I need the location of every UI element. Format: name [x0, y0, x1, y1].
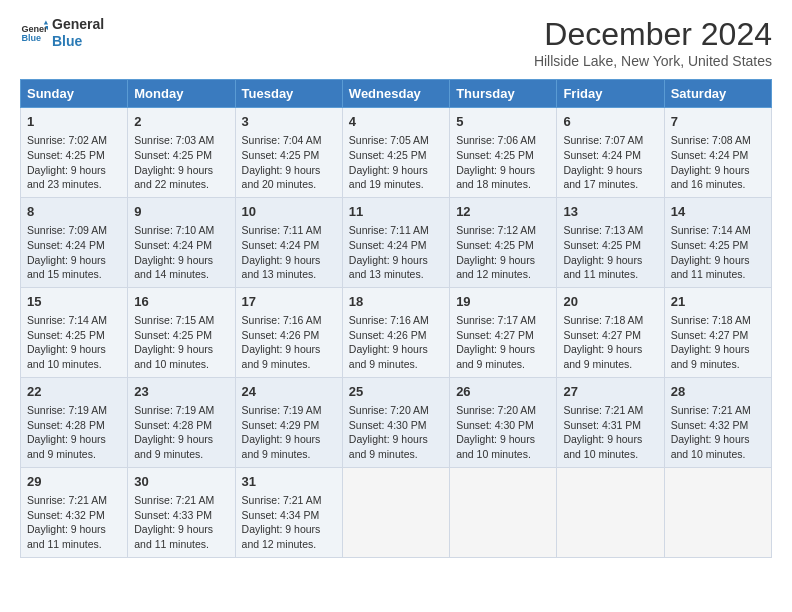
day-info: Sunrise: 7:18 AM Sunset: 4:27 PM Dayligh…: [563, 313, 657, 372]
day-info: Sunrise: 7:14 AM Sunset: 4:25 PM Dayligh…: [27, 313, 121, 372]
day-number: 15: [27, 293, 121, 311]
day-info: Sunrise: 7:21 AM Sunset: 4:34 PM Dayligh…: [242, 493, 336, 552]
day-info: Sunrise: 7:02 AM Sunset: 4:25 PM Dayligh…: [27, 133, 121, 192]
day-number: 16: [134, 293, 228, 311]
day-number: 18: [349, 293, 443, 311]
day-info: Sunrise: 7:04 AM Sunset: 4:25 PM Dayligh…: [242, 133, 336, 192]
day-cell: 18 Sunrise: 7:16 AM Sunset: 4:26 PM Dayl…: [342, 287, 449, 377]
day-number: 21: [671, 293, 765, 311]
day-info: Sunrise: 7:16 AM Sunset: 4:26 PM Dayligh…: [242, 313, 336, 372]
day-cell: 12 Sunrise: 7:12 AM Sunset: 4:25 PM Dayl…: [450, 197, 557, 287]
day-number: 2: [134, 113, 228, 131]
day-info: Sunrise: 7:18 AM Sunset: 4:27 PM Dayligh…: [671, 313, 765, 372]
day-cell: 5 Sunrise: 7:06 AM Sunset: 4:25 PM Dayli…: [450, 108, 557, 198]
day-number: 5: [456, 113, 550, 131]
week-row-4: 22 Sunrise: 7:19 AM Sunset: 4:28 PM Dayl…: [21, 377, 772, 467]
day-cell: 23 Sunrise: 7:19 AM Sunset: 4:28 PM Dayl…: [128, 377, 235, 467]
day-info: Sunrise: 7:11 AM Sunset: 4:24 PM Dayligh…: [349, 223, 443, 282]
day-cell: 13 Sunrise: 7:13 AM Sunset: 4:25 PM Dayl…: [557, 197, 664, 287]
day-cell: 8 Sunrise: 7:09 AM Sunset: 4:24 PM Dayli…: [21, 197, 128, 287]
svg-text:Blue: Blue: [21, 33, 41, 43]
week-row-2: 8 Sunrise: 7:09 AM Sunset: 4:24 PM Dayli…: [21, 197, 772, 287]
day-cell: 26 Sunrise: 7:20 AM Sunset: 4:30 PM Dayl…: [450, 377, 557, 467]
day-cell: 15 Sunrise: 7:14 AM Sunset: 4:25 PM Dayl…: [21, 287, 128, 377]
day-info: Sunrise: 7:17 AM Sunset: 4:27 PM Dayligh…: [456, 313, 550, 372]
day-info: Sunrise: 7:21 AM Sunset: 4:33 PM Dayligh…: [134, 493, 228, 552]
day-number: 6: [563, 113, 657, 131]
logo: General Blue General Blue: [20, 16, 104, 50]
header: General Blue General Blue December 2024 …: [20, 16, 772, 69]
day-number: 14: [671, 203, 765, 221]
day-cell: 3 Sunrise: 7:04 AM Sunset: 4:25 PM Dayli…: [235, 108, 342, 198]
day-cell: 2 Sunrise: 7:03 AM Sunset: 4:25 PM Dayli…: [128, 108, 235, 198]
day-cell: 25 Sunrise: 7:20 AM Sunset: 4:30 PM Dayl…: [342, 377, 449, 467]
day-number: 28: [671, 383, 765, 401]
day-cell: 4 Sunrise: 7:05 AM Sunset: 4:25 PM Dayli…: [342, 108, 449, 198]
day-cell: [342, 467, 449, 557]
day-cell: 16 Sunrise: 7:15 AM Sunset: 4:25 PM Dayl…: [128, 287, 235, 377]
day-number: 27: [563, 383, 657, 401]
day-cell: 21 Sunrise: 7:18 AM Sunset: 4:27 PM Dayl…: [664, 287, 771, 377]
svg-marker-2: [44, 20, 48, 24]
day-number: 7: [671, 113, 765, 131]
calendar-header-row: SundayMondayTuesdayWednesdayThursdayFrid…: [21, 80, 772, 108]
header-thursday: Thursday: [450, 80, 557, 108]
day-number: 3: [242, 113, 336, 131]
day-cell: 6 Sunrise: 7:07 AM Sunset: 4:24 PM Dayli…: [557, 108, 664, 198]
day-info: Sunrise: 7:19 AM Sunset: 4:28 PM Dayligh…: [27, 403, 121, 462]
day-info: Sunrise: 7:12 AM Sunset: 4:25 PM Dayligh…: [456, 223, 550, 282]
day-number: 9: [134, 203, 228, 221]
day-number: 10: [242, 203, 336, 221]
day-cell: [557, 467, 664, 557]
day-info: Sunrise: 7:08 AM Sunset: 4:24 PM Dayligh…: [671, 133, 765, 192]
header-wednesday: Wednesday: [342, 80, 449, 108]
title-area: December 2024 Hillside Lake, New York, U…: [534, 16, 772, 69]
header-saturday: Saturday: [664, 80, 771, 108]
day-info: Sunrise: 7:14 AM Sunset: 4:25 PM Dayligh…: [671, 223, 765, 282]
week-row-5: 29 Sunrise: 7:21 AM Sunset: 4:32 PM Dayl…: [21, 467, 772, 557]
day-info: Sunrise: 7:06 AM Sunset: 4:25 PM Dayligh…: [456, 133, 550, 192]
day-number: 22: [27, 383, 121, 401]
day-number: 30: [134, 473, 228, 491]
day-cell: 28 Sunrise: 7:21 AM Sunset: 4:32 PM Dayl…: [664, 377, 771, 467]
day-number: 1: [27, 113, 121, 131]
day-info: Sunrise: 7:10 AM Sunset: 4:24 PM Dayligh…: [134, 223, 228, 282]
day-info: Sunrise: 7:16 AM Sunset: 4:26 PM Dayligh…: [349, 313, 443, 372]
logo-line1: General: [52, 16, 104, 33]
day-cell: 1 Sunrise: 7:02 AM Sunset: 4:25 PM Dayli…: [21, 108, 128, 198]
day-info: Sunrise: 7:21 AM Sunset: 4:32 PM Dayligh…: [27, 493, 121, 552]
day-number: 12: [456, 203, 550, 221]
day-cell: 17 Sunrise: 7:16 AM Sunset: 4:26 PM Dayl…: [235, 287, 342, 377]
day-number: 29: [27, 473, 121, 491]
day-info: Sunrise: 7:15 AM Sunset: 4:25 PM Dayligh…: [134, 313, 228, 372]
day-number: 17: [242, 293, 336, 311]
day-cell: 29 Sunrise: 7:21 AM Sunset: 4:32 PM Dayl…: [21, 467, 128, 557]
day-info: Sunrise: 7:11 AM Sunset: 4:24 PM Dayligh…: [242, 223, 336, 282]
day-cell: 7 Sunrise: 7:08 AM Sunset: 4:24 PM Dayli…: [664, 108, 771, 198]
day-info: Sunrise: 7:19 AM Sunset: 4:29 PM Dayligh…: [242, 403, 336, 462]
day-number: 13: [563, 203, 657, 221]
day-cell: 22 Sunrise: 7:19 AM Sunset: 4:28 PM Dayl…: [21, 377, 128, 467]
logo-icon: General Blue: [20, 19, 48, 47]
day-cell: 30 Sunrise: 7:21 AM Sunset: 4:33 PM Dayl…: [128, 467, 235, 557]
calendar-body: 1 Sunrise: 7:02 AM Sunset: 4:25 PM Dayli…: [21, 108, 772, 558]
header-tuesday: Tuesday: [235, 80, 342, 108]
location: Hillside Lake, New York, United States: [534, 53, 772, 69]
day-number: 19: [456, 293, 550, 311]
day-cell: 24 Sunrise: 7:19 AM Sunset: 4:29 PM Dayl…: [235, 377, 342, 467]
header-monday: Monday: [128, 80, 235, 108]
day-number: 11: [349, 203, 443, 221]
day-cell: 19 Sunrise: 7:17 AM Sunset: 4:27 PM Dayl…: [450, 287, 557, 377]
svg-text:General: General: [21, 23, 48, 33]
day-info: Sunrise: 7:21 AM Sunset: 4:32 PM Dayligh…: [671, 403, 765, 462]
day-info: Sunrise: 7:03 AM Sunset: 4:25 PM Dayligh…: [134, 133, 228, 192]
day-cell: 11 Sunrise: 7:11 AM Sunset: 4:24 PM Dayl…: [342, 197, 449, 287]
day-cell: [664, 467, 771, 557]
day-info: Sunrise: 7:09 AM Sunset: 4:24 PM Dayligh…: [27, 223, 121, 282]
day-number: 8: [27, 203, 121, 221]
day-info: Sunrise: 7:13 AM Sunset: 4:25 PM Dayligh…: [563, 223, 657, 282]
day-number: 20: [563, 293, 657, 311]
header-sunday: Sunday: [21, 80, 128, 108]
day-number: 24: [242, 383, 336, 401]
week-row-1: 1 Sunrise: 7:02 AM Sunset: 4:25 PM Dayli…: [21, 108, 772, 198]
